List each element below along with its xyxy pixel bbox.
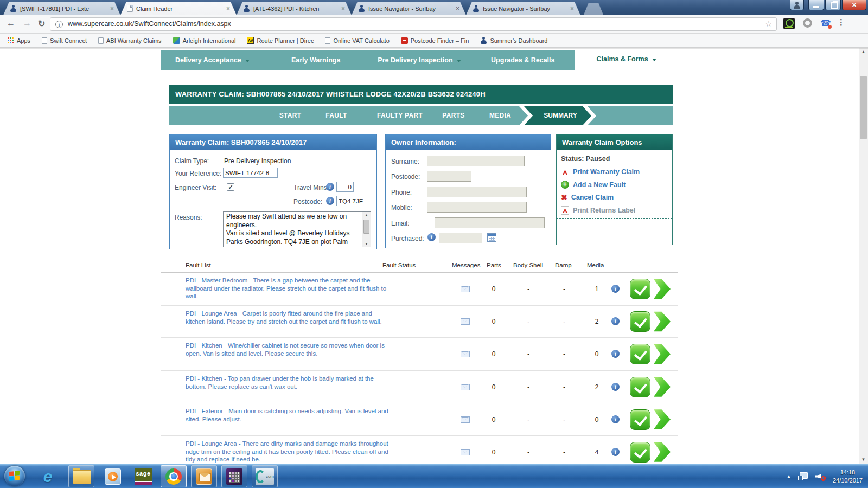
message-envelope-icon[interactable] [461, 286, 470, 292]
engineer-visit-checkbox[interactable]: ✓ [227, 183, 234, 191]
extension-icon[interactable] [803, 18, 812, 28]
info-icon[interactable]: i [611, 317, 620, 325]
taskbar-file-explorer[interactable] [68, 465, 94, 487]
info-icon[interactable]: i [611, 383, 620, 391]
browser-tab-5[interactable]: Issue Navigator - Surfbay × [466, 2, 580, 15]
info-icon[interactable]: i [611, 415, 620, 423]
fault-detail-arrow[interactable] [653, 442, 671, 463]
tab-close-icon[interactable]: × [225, 5, 231, 12]
bookmark-arleigh[interactable]: Arleigh International [173, 37, 236, 44]
fault-complete-button[interactable] [630, 311, 650, 332]
bookmark-summers-dashboard[interactable]: Summer's Dashboard [480, 37, 547, 44]
network-icon[interactable] [798, 472, 808, 480]
page-info-icon[interactable]: i [55, 21, 63, 28]
step-fault[interactable]: FAULT [326, 106, 347, 125]
fault-complete-button[interactable] [630, 279, 650, 299]
info-icon[interactable]: i [611, 448, 620, 456]
scroll-up-icon[interactable]: ▲ [362, 213, 371, 217]
bookmark-abi-warranty[interactable]: ABI Warranty Claims [98, 37, 162, 44]
phone-input[interactable] [427, 187, 527, 197]
fault-description-link[interactable]: PDI - Lounge Area - There are dirty mark… [186, 440, 392, 464]
mobile-input[interactable] [427, 202, 527, 213]
fault-detail-arrow[interactable] [653, 279, 671, 299]
taskbar-chrome-active[interactable] [161, 465, 187, 487]
tray-expand-icon[interactable]: ▲ [787, 474, 791, 479]
taskbar-com-app[interactable]: com [252, 465, 278, 487]
address-bar[interactable]: i www.supercare.co.uk/SwiftConnect/Claim… [50, 17, 777, 31]
scrollbar-thumb[interactable] [860, 76, 867, 139]
tab-close-icon[interactable]: × [569, 5, 575, 12]
taskbar-clock[interactable]: 14:18 24/10/2017 [833, 468, 863, 485]
your-reference-input[interactable] [223, 168, 278, 178]
bookmark-swift-connect[interactable]: Swift Connect [42, 37, 87, 44]
owner-postcode-input[interactable] [427, 171, 471, 182]
step-media[interactable]: MEDIA [489, 106, 511, 125]
bookmark-star-icon[interactable]: ☆ [765, 20, 772, 28]
browser-tab-2-active[interactable]: Claim Header × [120, 2, 237, 15]
message-envelope-icon[interactable] [461, 416, 470, 423]
scroll-down-icon[interactable]: ▼ [362, 242, 371, 246]
scrollbar-thumb[interactable] [363, 220, 369, 234]
taskbar-grid-app[interactable] [221, 465, 247, 487]
nav-claims-forms-active[interactable]: Claims & Forms [575, 48, 678, 70]
step-faulty-part[interactable]: FAULTY PART [377, 106, 423, 125]
browser-tab-3[interactable]: [ATL-4362] PDI - Kitchen × [237, 2, 352, 15]
travel-mins-input[interactable] [336, 182, 354, 192]
fault-description-link[interactable]: PDI - Master Bedroom - There is a gap be… [186, 277, 392, 300]
nav-upgrades-recalls[interactable]: Upgrades & Recalls [471, 50, 575, 70]
message-envelope-icon[interactable] [461, 449, 470, 455]
email-input[interactable] [435, 217, 545, 228]
calendar-icon[interactable] [487, 233, 496, 242]
fault-complete-button[interactable] [630, 344, 650, 364]
bookmark-vat-calculator[interactable]: Online VAT Calculato [325, 37, 389, 44]
volume-muted-icon[interactable] [815, 472, 826, 481]
message-envelope-icon[interactable] [461, 384, 470, 390]
back-icon[interactable]: ← [7, 18, 15, 28]
fault-description-link[interactable]: PDI - Kitchen - Top pan drawer under the… [186, 375, 392, 390]
nav-pre-delivery-inspection[interactable]: Pre Delivery Inspection [368, 50, 471, 70]
tab-close-icon[interactable]: × [455, 5, 461, 12]
tab-close-icon[interactable]: × [109, 5, 115, 12]
postcode-input[interactable] [336, 196, 371, 206]
step-start[interactable]: START [279, 106, 302, 125]
cancel-claim-link[interactable]: ✖ Cancel Claim [561, 194, 614, 201]
profile-button[interactable] [790, 0, 804, 10]
scroll-down-icon[interactable]: ▼ [859, 457, 868, 462]
fault-detail-arrow[interactable] [653, 377, 671, 397]
purchased-input[interactable] [439, 233, 482, 243]
fault-complete-button[interactable] [630, 409, 650, 430]
textarea-scrollbar[interactable]: ▲ ▼ [362, 212, 371, 247]
restore-button[interactable] [825, 0, 841, 10]
reload-icon[interactable]: ↻ [38, 18, 45, 29]
info-icon[interactable]: i [611, 350, 620, 358]
taskbar-internet-explorer[interactable]: e [35, 465, 61, 487]
print-warranty-claim-link[interactable]: Print Warranty Claim [561, 168, 640, 176]
bookmark-route-planner[interactable]: AA Route Planner | Direc [247, 37, 314, 44]
step-parts[interactable]: PARTS [442, 106, 464, 125]
taskbar-sage[interactable]: sage [130, 465, 156, 487]
browser-menu-icon[interactable]: ⋮ [837, 17, 845, 27]
info-icon[interactable]: i [611, 285, 620, 293]
page-scrollbar[interactable]: ▲ ▼ [859, 48, 868, 464]
fault-description-link[interactable]: PDI - Exterior - Main door is catching s… [186, 407, 392, 423]
scroll-up-icon[interactable]: ▲ [859, 49, 868, 54]
fault-description-link[interactable]: PDI - Kitchen - Wine/chiller cabinet is … [186, 342, 392, 357]
nav-delivery-acceptance[interactable]: Delivery Acceptance [161, 50, 264, 70]
close-button[interactable]: × [842, 0, 866, 10]
fault-complete-button[interactable] [630, 377, 650, 397]
taskbar-media-player[interactable] [100, 465, 126, 487]
reasons-textarea[interactable]: Please may Swift attend as we are low on… [223, 211, 371, 247]
fault-detail-arrow[interactable] [653, 409, 671, 430]
adblock-extension-icon[interactable] [783, 18, 795, 29]
start-button[interactable] [4, 466, 25, 486]
print-returns-label-link[interactable]: Print Returns Label [561, 206, 635, 215]
info-icon[interactable]: i [326, 183, 334, 191]
step-summary-active[interactable]: SUMMARY [524, 106, 591, 125]
new-tab-button[interactable] [584, 3, 603, 15]
fault-detail-arrow[interactable] [653, 311, 671, 332]
message-envelope-icon[interactable] [461, 351, 470, 357]
forward-icon[interactable]: → [23, 18, 31, 28]
fault-detail-arrow[interactable] [653, 344, 671, 364]
surname-input[interactable] [427, 156, 525, 166]
browser-tab-4[interactable]: Issue Navigator - Surfbay × [352, 2, 466, 15]
